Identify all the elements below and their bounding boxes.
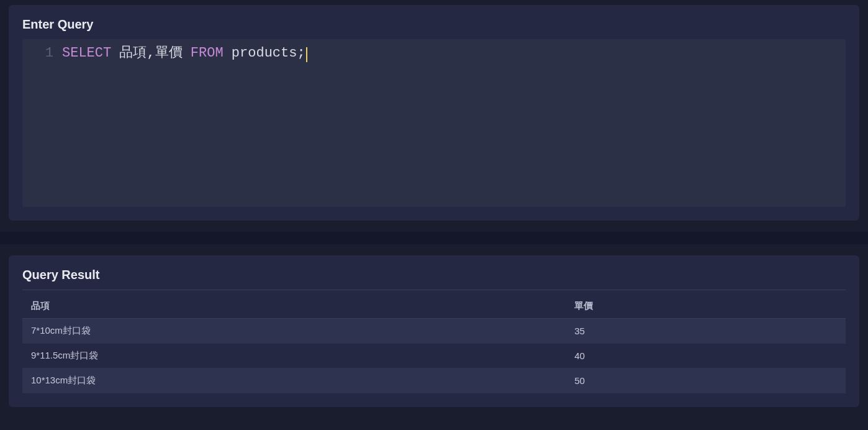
cell-price: 40	[566, 344, 846, 368]
keyword-select: SELECT	[62, 45, 111, 61]
panel-divider	[0, 232, 868, 244]
cell-item: 10*13cm封口袋	[22, 368, 566, 393]
result-title: Query Result	[22, 268, 846, 282]
sql-editor[interactable]: 1 SELECT 品項,單價 FROM products;	[22, 39, 846, 207]
query-panel: Enter Query 1 SELECT 品項,單價 FROM products…	[9, 5, 859, 221]
keyword-from: FROM	[191, 45, 224, 61]
result-table: 品項 單價 7*10cm封口袋 35 9*11.5cm封口袋 40 10*13c…	[22, 294, 846, 393]
cell-item: 9*11.5cm封口袋	[22, 344, 566, 368]
col-header-price: 單價	[566, 294, 846, 319]
semicolon: ;	[297, 45, 305, 61]
col-header-item: 品項	[22, 294, 566, 319]
cell-price: 35	[566, 319, 846, 344]
code-content[interactable]: SELECT 品項,單價 FROM products;	[62, 44, 307, 63]
line-number: 1	[22, 44, 62, 63]
query-title: Enter Query	[22, 17, 846, 32]
table-name: products	[224, 45, 297, 61]
table-header-row: 品項 單價	[22, 294, 846, 319]
editor-line: 1 SELECT 品項,單價 FROM products;	[22, 44, 846, 63]
cursor-icon	[306, 47, 307, 62]
columns: 品項,單價	[111, 45, 191, 61]
table-row: 7*10cm封口袋 35	[22, 319, 846, 344]
result-panel: Query Result 品項 單價 7*10cm封口袋 35 9*11.5cm…	[9, 255, 859, 407]
cell-item: 7*10cm封口袋	[22, 319, 566, 344]
table-row: 9*11.5cm封口袋 40	[22, 344, 846, 368]
cell-price: 50	[566, 368, 846, 393]
result-separator	[22, 290, 846, 290]
table-row: 10*13cm封口袋 50	[22, 368, 846, 393]
